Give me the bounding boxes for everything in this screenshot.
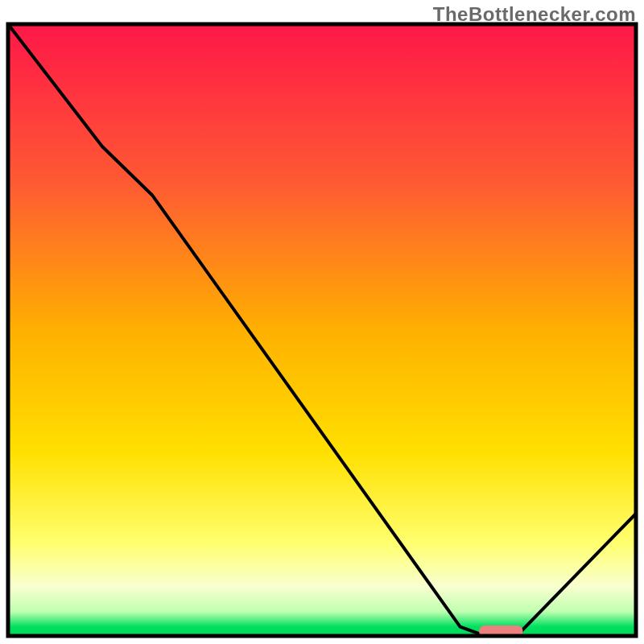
plot-background: [8, 24, 636, 636]
watermark-label: TheBottlenecker.com: [433, 3, 636, 26]
chart-container: TheBottlenecker.com: [0, 0, 644, 644]
bottleneck-chart: [0, 0, 644, 644]
